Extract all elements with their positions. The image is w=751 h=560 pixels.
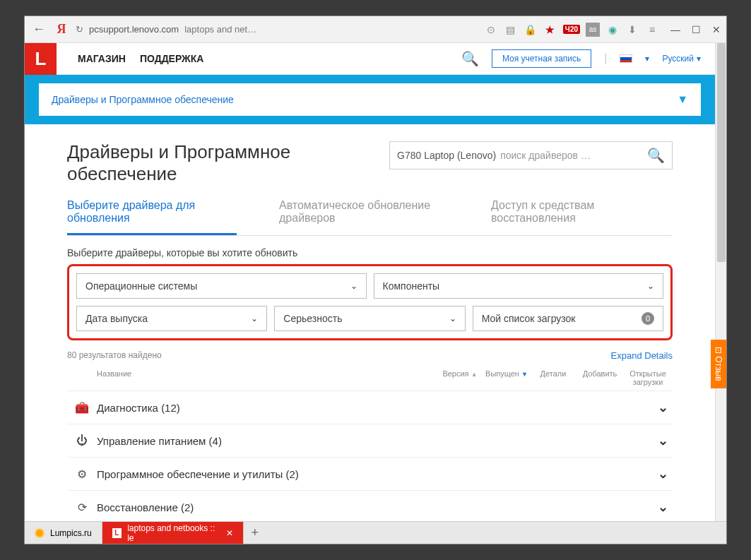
- scrollbar-thumb[interactable]: [717, 43, 726, 262]
- tab-close-icon[interactable]: ✕: [226, 528, 233, 538]
- category-band: Драйверы и Программное обеспечение ▼: [25, 75, 715, 124]
- row-name: Диагностика (12): [97, 402, 651, 414]
- back-button[interactable]: ←: [30, 21, 47, 38]
- vertical-scrollbar[interactable]: [715, 43, 726, 521]
- tab-manual-update[interactable]: Выберите драйвера для обновления: [67, 199, 237, 235]
- browser-toolbar: ← Я ↻ pcsupport.lenovo.com laptops and n…: [25, 16, 726, 43]
- flag-chevron-icon[interactable]: ▾: [645, 54, 649, 64]
- expand-details-link[interactable]: Expand Details: [611, 350, 673, 361]
- col-name: Название: [97, 369, 437, 386]
- search-icon[interactable]: 🔍: [647, 147, 665, 164]
- row-icon: ⚙: [67, 467, 97, 481]
- content-tabs: Выберите драйвера для обновления Автомат…: [67, 199, 673, 236]
- tab-recovery[interactable]: Доступ к средствам восстановления: [491, 199, 661, 235]
- reload-icon[interactable]: ↻: [76, 24, 83, 35]
- feedback-tab[interactable]: ⊡ Отзыв: [711, 340, 726, 388]
- maximize-button[interactable]: ☐: [692, 24, 701, 35]
- url-text: pcsupport.lenovo.com: [89, 24, 179, 35]
- nav-store[interactable]: МАГАЗИН: [78, 53, 126, 64]
- filter-os[interactable]: Операционные системы⌄: [76, 273, 367, 299]
- table-row[interactable]: ⏻Управление питанием (4)⌄: [67, 424, 673, 458]
- download-list[interactable]: Мой список загрузок0: [473, 306, 663, 331]
- col-open: Открытые загрузки: [623, 369, 673, 386]
- row-name: Программное обеспечение и утилиты (2): [97, 468, 651, 480]
- results-count: 80 результатов найдено: [67, 350, 162, 361]
- browser-window: ← Я ↻ pcsupport.lenovo.com laptops and n…: [24, 16, 727, 544]
- header-right: 🔍 Моя учетная запись | ▾ Русский ▾: [461, 49, 701, 68]
- browser-tab-2[interactable]: L laptops and netbooks :: le ✕: [102, 522, 244, 544]
- page-viewport: L МАГАЗИН ПОДДЕРЖКА 🔍 Моя учетная запись…: [25, 43, 726, 521]
- table-row[interactable]: 🧰Диагностика (12)⌄: [67, 391, 673, 424]
- favicon-lenovo: L: [112, 528, 122, 538]
- results-list: 🧰Диагностика (12)⌄⏻Управление питанием (…: [67, 391, 673, 521]
- chevron-down-icon[interactable]: ⌄: [651, 466, 673, 482]
- category-dropdown[interactable]: Драйверы и Программное обеспечение ▼: [39, 83, 701, 116]
- site-header: L МАГАЗИН ПОДДЕРЖКА 🔍 Моя учетная запись…: [25, 43, 715, 75]
- row-name: Управление питанием (4): [97, 435, 651, 447]
- browser-tab-1[interactable]: Lumpics.ru: [25, 522, 102, 544]
- zoom-icon[interactable]: ⊙: [484, 23, 498, 37]
- filter-panel: Операционные системы⌄ Компоненты⌄ Дата в…: [67, 264, 673, 340]
- extension-badge[interactable]: Ч20: [563, 25, 580, 34]
- filter-components[interactable]: Компоненты⌄: [374, 273, 664, 299]
- favicon-lumpics: [35, 528, 45, 538]
- account-button[interactable]: Моя учетная запись: [492, 49, 591, 68]
- page-heading: Драйверы и Программное обеспечение: [67, 141, 389, 185]
- lenovo-logo[interactable]: L: [25, 43, 57, 75]
- row-name: Восстановление (2): [97, 501, 651, 513]
- minimize-button[interactable]: —: [670, 24, 680, 35]
- table-row[interactable]: ⚙Программное обеспечение и утилиты (2)⌄: [67, 458, 673, 491]
- driver-search[interactable]: G780 Laptop (Lenovo) поиск драйверов … 🔍: [389, 141, 673, 169]
- address-bar[interactable]: ↻ pcsupport.lenovo.com laptops and net…: [76, 24, 478, 35]
- window-controls: — ☐ ✕: [670, 24, 721, 35]
- header-search-icon[interactable]: 🔍: [461, 50, 479, 67]
- band-chevron-icon: ▼: [677, 93, 688, 106]
- table-header: Название Версия ▲ Выпущен ▼ Детали Добав…: [67, 365, 673, 391]
- language-select[interactable]: Русский ▾: [662, 54, 701, 64]
- primary-nav: МАГАЗИН ПОДДЕРЖКА: [78, 53, 461, 64]
- filter-severity[interactable]: Серьезность⌄: [274, 306, 465, 331]
- page-content: L МАГАЗИН ПОДДЕРЖКА 🔍 Моя учетная запись…: [25, 43, 715, 521]
- main-content: Драйверы и Программное обеспечение G780 …: [25, 124, 715, 521]
- chevron-down-icon[interactable]: ⌄: [651, 499, 673, 515]
- row-icon: 🧰: [67, 401, 97, 415]
- download-icon[interactable]: ⬇: [625, 23, 639, 37]
- translate-icon[interactable]: ▤: [504, 23, 518, 37]
- yandex-logo[interactable]: Я: [53, 21, 70, 38]
- new-tab-button[interactable]: +: [244, 522, 266, 544]
- band-label: Драйверы и Программное обеспечение: [52, 94, 234, 105]
- download-count-badge: 0: [641, 312, 654, 325]
- results-meta: 80 результатов найдено Expand Details: [67, 350, 673, 361]
- col-details: Детали: [530, 369, 576, 386]
- filter-subtitle: Выберите драйверы, которые вы хотите обн…: [67, 247, 673, 258]
- close-button[interactable]: ✕: [712, 24, 721, 35]
- flag-icon[interactable]: [620, 54, 632, 63]
- nav-support[interactable]: ПОДДЕРЖКА: [140, 53, 204, 64]
- table-row[interactable]: ⟳Восстановление (2)⌄: [67, 491, 673, 521]
- tab-auto-update[interactable]: Автоматическое обновление драйверов: [279, 199, 449, 235]
- col-add: Добавить: [576, 369, 623, 386]
- row-icon: ⏻: [67, 434, 97, 447]
- tab-2-title: laptops and netbooks :: le: [127, 523, 220, 543]
- chevron-down-icon[interactable]: ⌄: [651, 433, 673, 448]
- filter-date[interactable]: Дата выпуска⌄: [76, 306, 267, 331]
- col-released[interactable]: Выпущен ▼: [483, 369, 530, 386]
- browser-tabstrip: Lumpics.ru L laptops and netbooks :: le …: [25, 521, 726, 544]
- bookmark-icon[interactable]: ★: [543, 23, 557, 37]
- col-version[interactable]: Версия ▲: [437, 369, 483, 386]
- tab-1-title: Lumpics.ru: [50, 528, 92, 538]
- page-title-text: laptops and net…: [184, 24, 256, 35]
- row-icon: ⟳: [67, 501, 97, 514]
- chevron-down-icon[interactable]: ⌄: [651, 400, 673, 415]
- search-placeholder: поиск драйверов …: [500, 150, 647, 161]
- menu-icon[interactable]: ≡: [645, 23, 659, 37]
- sync-icon[interactable]: ◉: [605, 23, 620, 37]
- search-product: G780 Laptop (Lenovo): [397, 150, 496, 161]
- toolbar-icons: ⊙ ▤ 🔒 ★ Ч20 as ◉ ⬇ ≡: [484, 23, 659, 37]
- lock-icon[interactable]: 🔒: [524, 23, 538, 37]
- lastfm-icon[interactable]: as: [586, 23, 600, 37]
